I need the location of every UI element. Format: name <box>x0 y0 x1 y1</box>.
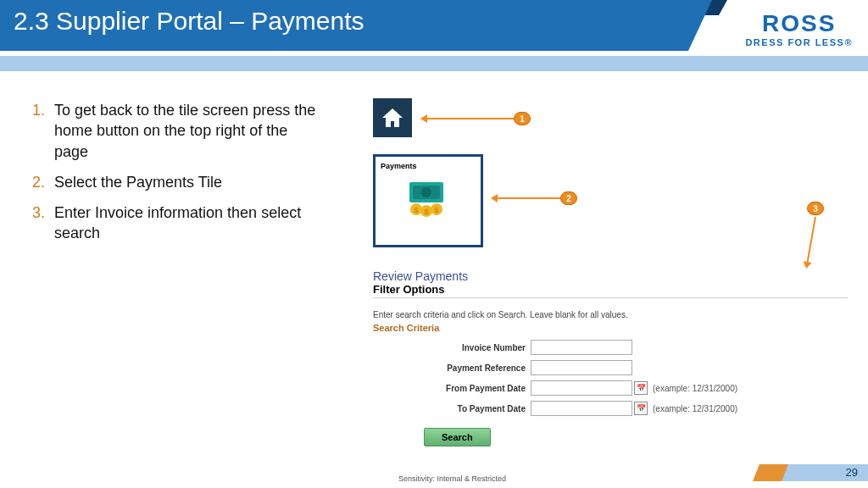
form-row-reference: Payment Reference <box>373 360 848 375</box>
callout-arrow <box>426 118 514 119</box>
svg-text:$: $ <box>434 206 438 214</box>
ross-logo: ROSS DRESS FOR LESS® <box>745 10 853 47</box>
payments-tile[interactable]: Payments $ $ $ <box>373 154 483 247</box>
panel-hint: Enter search criteria and click on Searc… <box>373 310 848 319</box>
to-payment-date-input[interactable] <box>531 401 632 416</box>
invoice-number-label: Invoice Number <box>373 343 531 352</box>
panel-subheading: Filter Options <box>373 283 848 298</box>
form-row-from-date: From Payment Date 📅 (example: 12/31/2000… <box>373 380 848 396</box>
svg-point-2 <box>421 187 431 197</box>
svg-text:$: $ <box>424 208 428 216</box>
home-button[interactable] <box>373 98 412 137</box>
logo-text: ROSS <box>745 10 853 37</box>
payment-reference-label: Payment Reference <box>373 363 531 373</box>
instructction-list: To get back to the tile screen press the… <box>32 100 320 254</box>
screenshot-column: Payments $ $ $ Review Payments Filter Op… <box>373 98 848 446</box>
from-payment-date-label: From Payment Date <box>373 384 531 393</box>
page-title: 2.3 Supplier Portal – Payments <box>14 7 364 36</box>
calendar-icon[interactable]: 📅 <box>634 381 648 395</box>
payments-tile-title: Payments <box>381 162 476 170</box>
callout-arrow <box>496 197 560 199</box>
money-icon: $ $ $ <box>381 182 476 218</box>
title-band: 2.3 Supplier Portal – Payments ROSS DRES… <box>0 0 868 56</box>
callout-badge: 3 <box>807 202 824 215</box>
home-icon <box>382 108 403 127</box>
callout-badge: 1 <box>514 112 531 125</box>
svg-text:$: $ <box>414 206 418 214</box>
title-bar: 2.3 Supplier Portal – Payments <box>0 0 688 51</box>
form-row-to-date: To Payment Date 📅 (example: 12/31/2000) <box>373 401 848 416</box>
review-payments-panel: Review Payments Filter Options Enter sea… <box>373 269 848 446</box>
instruction-item: Enter Invoice information then select se… <box>32 202 320 244</box>
search-criteria-label: Search Criteria <box>373 323 848 333</box>
instruction-item: To get back to the tile screen press the… <box>32 100 320 162</box>
instruction-item: Select the Payments Tile <box>32 172 320 192</box>
invoice-number-input[interactable] <box>531 340 632 355</box>
page-number-chip: 29 <box>775 464 868 481</box>
header-stripe <box>0 56 868 71</box>
callout-badge: 2 <box>560 191 577 205</box>
panel-heading: Review Payments <box>373 269 848 283</box>
payment-reference-input[interactable] <box>531 360 632 375</box>
to-payment-date-label: To Payment Date <box>373 404 531 413</box>
from-date-example: (example: 12/31/2000) <box>653 384 737 393</box>
page-number: 29 <box>846 466 858 479</box>
to-date-example: (example: 12/31/2000) <box>653 404 737 413</box>
callout-3: 3 <box>807 202 824 264</box>
callout-arrow <box>806 217 816 263</box>
callout-2: 2 <box>496 191 577 205</box>
form-row-invoice: Invoice Number <box>373 340 848 355</box>
callout-1: 1 <box>426 112 531 125</box>
calendar-icon[interactable]: 📅 <box>634 402 648 415</box>
from-payment-date-input[interactable] <box>531 380 632 396</box>
logo-tagline: DRESS FOR LESS® <box>745 37 853 47</box>
search-button[interactable]: Search <box>424 428 491 446</box>
sensitivity-label: Sensitivity: Internal & Restricted <box>398 474 506 483</box>
